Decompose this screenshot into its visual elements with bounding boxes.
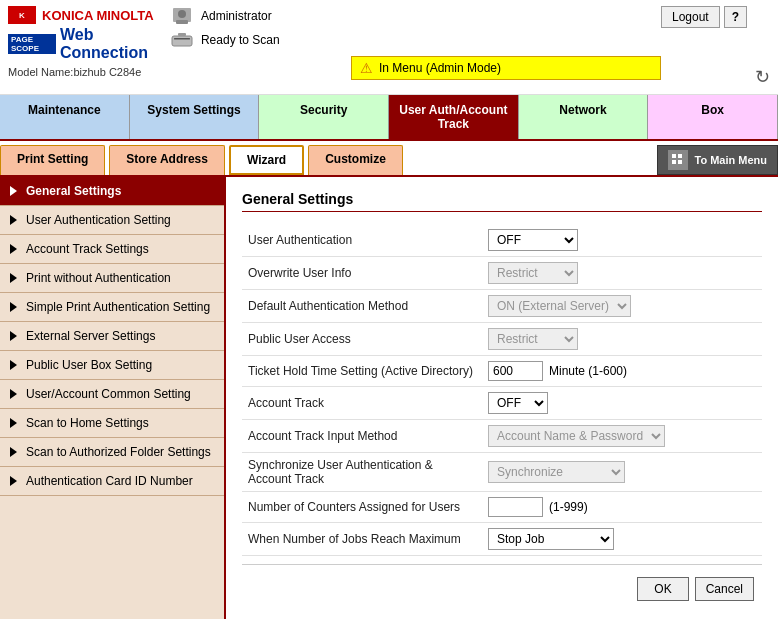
sidebar-item-simple-print[interactable]: Simple Print Authentication Setting (0, 293, 224, 322)
admin-icon (171, 6, 193, 26)
action-row: OK Cancel (242, 564, 762, 605)
pagescope-badge: PAGE SCOPE (8, 34, 56, 54)
arrow-icon-simple-print (10, 302, 17, 312)
tab-customize[interactable]: Customize (308, 145, 403, 175)
sidebar-label-simple-print: Simple Print Authentication Setting (26, 300, 210, 314)
cancel-button[interactable]: Cancel (695, 577, 754, 601)
arrow-icon-public-user-box (10, 360, 17, 370)
tab-store-address[interactable]: Store Address (109, 145, 225, 175)
select-overwrite-user-info[interactable]: Restrict Allow (488, 262, 578, 284)
konica-icon: K (8, 6, 36, 24)
label-ticket-hold-time: Ticket Hold Time Setting (Active Directo… (242, 356, 482, 387)
label-user-auth: User Authentication (242, 224, 482, 257)
alert-bar: ⚠ In Menu (Admin Mode) (351, 56, 661, 80)
content-area: General Settings User Authentication OFF… (226, 177, 778, 619)
ready-label: Ready to Scan (201, 33, 280, 47)
header-status: Administrator Ready to Scan ⚠ In Menu (A… (171, 6, 661, 80)
sidebar-item-public-user-box[interactable]: Public User Box Setting (0, 351, 224, 380)
sidebar-item-auth-card[interactable]: Authentication Card ID Number (0, 467, 224, 496)
table-row: Account Track OFF ON (242, 387, 762, 420)
alert-icon: ⚠ (360, 60, 373, 76)
select-public-user-access[interactable]: Restrict Allow (488, 328, 578, 350)
input-ticket-hold-time[interactable] (488, 361, 543, 381)
tab-wizard[interactable]: Wizard (229, 145, 304, 175)
table-row: When Number of Jobs Reach Maximum Stop J… (242, 523, 762, 556)
logo-area: K KONICA MINOLTA PAGE SCOPE Web Connecti… (8, 6, 161, 78)
sidebar-item-user-auth[interactable]: User Authentication Setting (0, 206, 224, 235)
menu-grid-icon (668, 150, 688, 170)
svg-rect-7 (678, 154, 682, 158)
sidebar-label-external-server: External Server Settings (26, 329, 155, 343)
scanner-icon (171, 30, 193, 50)
sidebar-label-general: General Settings (26, 184, 121, 198)
sidebar-label-scan-auth-folder: Scan to Authorized Folder Settings (26, 445, 211, 459)
tab-system[interactable]: System Settings (130, 95, 260, 139)
table-row: Number of Counters Assigned for Users (1… (242, 492, 762, 523)
to-main-menu-button[interactable]: To Main Menu (657, 145, 778, 175)
ok-button[interactable]: OK (637, 577, 688, 601)
tab-box[interactable]: Box (648, 95, 778, 139)
select-user-auth[interactable]: OFF ON (488, 229, 578, 251)
admin-label: Administrator (201, 9, 272, 23)
label-account-track-input: Account Track Input Method (242, 420, 482, 453)
svg-rect-3 (172, 36, 192, 46)
admin-row: Administrator (171, 6, 661, 26)
arrow-icon-auth-card (10, 476, 17, 486)
arrow-icon-user-auth (10, 215, 17, 225)
table-row: Account Track Input Method Account Name … (242, 420, 762, 453)
label-when-jobs-max: When Number of Jobs Reach Maximum (242, 523, 482, 556)
svg-rect-6 (672, 154, 676, 158)
select-account-track-input[interactable]: Account Name & Password (488, 425, 665, 447)
table-row: Ticket Hold Time Setting (Active Directo… (242, 356, 762, 387)
model-name: Model Name:bizhub C284e (8, 66, 161, 78)
select-account-track[interactable]: OFF ON (488, 392, 548, 414)
content-title: General Settings (242, 191, 762, 212)
refresh-icon[interactable]: ↻ (755, 66, 770, 88)
tab-security[interactable]: Security (259, 95, 389, 139)
sidebar-label-user-auth: User Authentication Setting (26, 213, 171, 227)
logout-button[interactable]: Logout (661, 6, 720, 28)
select-sync-auth[interactable]: Synchronize Do Not Synchronize (488, 461, 625, 483)
sidebar-item-external-server[interactable]: External Server Settings (0, 322, 224, 351)
table-row: Synchronize User Authentication & Accoun… (242, 453, 762, 492)
sidebar-item-account-track[interactable]: Account Track Settings (0, 235, 224, 264)
brand-name: KONICA MINOLTA (42, 8, 154, 23)
arrow-icon-account-track (10, 244, 17, 254)
input-num-counters[interactable] (488, 497, 543, 517)
tab-user-auth[interactable]: User Auth/Account Track (389, 95, 519, 139)
arrow-icon-scan-home (10, 418, 17, 428)
svg-rect-8 (672, 160, 676, 164)
label-sync-auth: Synchronize User Authentication & Accoun… (242, 453, 482, 492)
label-num-counters: Number of Counters Assigned for Users (242, 492, 482, 523)
svg-point-1 (178, 10, 186, 18)
arrow-icon-general (10, 186, 17, 196)
tab-network[interactable]: Network (519, 95, 649, 139)
label-public-user-access: Public User Access (242, 323, 482, 356)
primary-nav: Maintenance System Settings Security Use… (0, 95, 778, 141)
label-default-auth-method: Default Authentication Method (242, 290, 482, 323)
tab-maintenance[interactable]: Maintenance (0, 95, 130, 139)
num-counters-unit: (1-999) (549, 500, 588, 514)
ready-row: Ready to Scan (171, 30, 661, 50)
select-when-jobs-max[interactable]: Stop Job Delete Oldest Job (488, 528, 614, 550)
sidebar-item-scan-auth-folder[interactable]: Scan to Authorized Folder Settings (0, 438, 224, 467)
svg-rect-2 (176, 20, 188, 24)
secondary-nav: Print Setting Store Address Wizard Custo… (0, 141, 778, 177)
label-account-track: Account Track (242, 387, 482, 420)
main-menu-label: To Main Menu (694, 154, 767, 166)
settings-table: User Authentication OFF ON Overwrite Use… (242, 224, 762, 556)
sidebar-item-general[interactable]: General Settings (0, 177, 224, 206)
sidebar-item-user-account-common[interactable]: User/Account Common Setting (0, 380, 224, 409)
label-overwrite-user-info: Overwrite User Info (242, 257, 482, 290)
main-layout: General Settings User Authentication Set… (0, 177, 778, 619)
sidebar-label-user-account-common: User/Account Common Setting (26, 387, 191, 401)
table-row: Default Authentication Method ON (Extern… (242, 290, 762, 323)
sidebar-item-print-no-auth[interactable]: Print without Authentication (0, 264, 224, 293)
table-row: Overwrite User Info Restrict Allow (242, 257, 762, 290)
sidebar-item-scan-home[interactable]: Scan to Home Settings (0, 409, 224, 438)
table-row: User Authentication OFF ON (242, 224, 762, 257)
tab-print-setting[interactable]: Print Setting (0, 145, 105, 175)
help-button[interactable]: ? (724, 6, 747, 28)
select-default-auth-method[interactable]: ON (External Server) OFF (488, 295, 631, 317)
app-logo: PAGE SCOPE Web Connection (8, 26, 161, 62)
